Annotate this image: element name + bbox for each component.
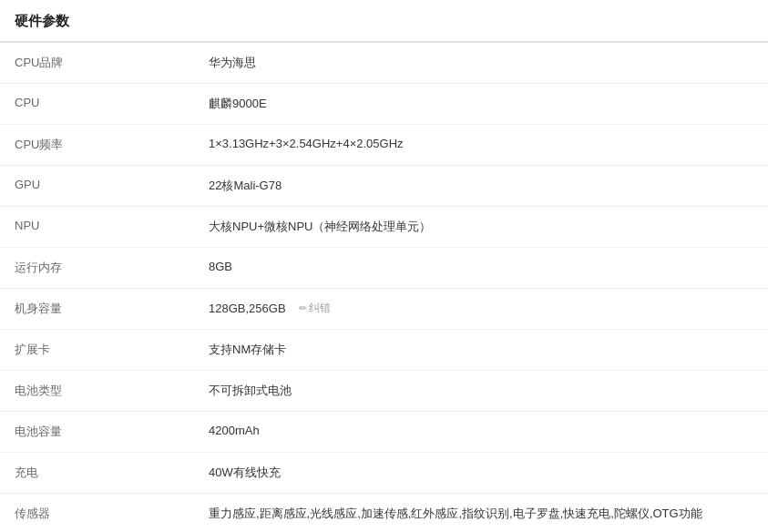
table-row: 充电40W有线快充 xyxy=(0,453,768,494)
spec-value: 华为海思 xyxy=(194,43,768,84)
spec-label: 运行内存 xyxy=(0,248,194,289)
spec-label: CPU频率 xyxy=(0,125,194,166)
edit-text: 纠错 xyxy=(309,302,331,314)
spec-label: 充电 xyxy=(0,453,194,494)
spec-value: 不可拆卸式电池 xyxy=(194,371,768,412)
spec-value: 40W有线快充 xyxy=(194,453,768,494)
spec-value-text: 128GB,256GB xyxy=(209,302,286,315)
table-row: 传感器重力感应,距离感应,光线感应,加速传感,红外感应,指纹识别,电子罗盘,快速… xyxy=(0,494,768,533)
spec-value: 麒麟9000E xyxy=(194,84,768,125)
spec-label: 电池容量 xyxy=(0,412,194,453)
table-row: GPU22核Mali-G78 xyxy=(0,166,768,207)
edit-icon: ✏ xyxy=(299,302,307,314)
table-row: 运行内存8GB xyxy=(0,248,768,289)
section-title: 硬件参数 xyxy=(0,0,768,43)
table-row: 机身容量128GB,256GB✏ 纠错 xyxy=(0,289,768,330)
table-row: CPU品牌华为海思 xyxy=(0,43,768,84)
table-row: 扩展卡支持NM存储卡 xyxy=(0,330,768,371)
spec-value: 支持NM存储卡 xyxy=(194,330,768,371)
specs-table: CPU品牌华为海思CPU麒麟9000ECPU频率1×3.13GHz+3×2.54… xyxy=(0,43,768,532)
spec-value-with-edit: 128GB,256GB✏ 纠错 xyxy=(209,301,753,316)
spec-label: 电池类型 xyxy=(0,371,194,412)
table-row: NPU大核NPU+微核NPU（神经网络处理单元） xyxy=(0,207,768,248)
spec-value: 8GB xyxy=(194,248,768,289)
spec-value: 22核Mali-G78 xyxy=(194,166,768,207)
spec-value: 重力感应,距离感应,光线感应,加速传感,红外感应,指纹识别,电子罗盘,快速充电,… xyxy=(194,494,768,533)
spec-label: CPU品牌 xyxy=(0,43,194,84)
spec-label: 机身容量 xyxy=(0,289,194,330)
spec-value: 128GB,256GB✏ 纠错 xyxy=(194,289,768,330)
edit-link[interactable]: ✏ 纠错 xyxy=(299,301,331,316)
spec-label: GPU xyxy=(0,166,194,207)
spec-label: 传感器 xyxy=(0,494,194,533)
spec-label: 扩展卡 xyxy=(0,330,194,371)
table-row: 电池容量4200mAh xyxy=(0,412,768,453)
specs-container: 硬件参数 CPU品牌华为海思CPU麒麟9000ECPU频率1×3.13GHz+3… xyxy=(0,0,768,532)
spec-value: 1×3.13GHz+3×2.54GHz+4×2.05GHz xyxy=(194,125,768,166)
spec-value: 4200mAh xyxy=(194,412,768,453)
spec-value: 大核NPU+微核NPU（神经网络处理单元） xyxy=(194,207,768,248)
table-row: 电池类型不可拆卸式电池 xyxy=(0,371,768,412)
spec-label: NPU xyxy=(0,207,194,248)
table-row: CPU麒麟9000E xyxy=(0,84,768,125)
table-row: CPU频率1×3.13GHz+3×2.54GHz+4×2.05GHz xyxy=(0,125,768,166)
spec-label: CPU xyxy=(0,84,194,125)
